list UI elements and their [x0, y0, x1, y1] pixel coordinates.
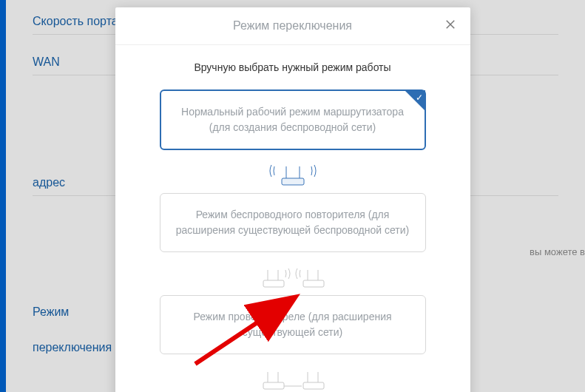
- mode-option-wired-relay[interactable]: Режим проводной реле (для расширения сущ…: [160, 295, 426, 354]
- modal-overlay: Режим переключения Вручную выбрать нужны…: [0, 0, 585, 392]
- svg-rect-4: [282, 178, 304, 185]
- mode-option-label: Режим беспроводного повторителя (для рас…: [176, 209, 409, 236]
- mode-option-wireless-repeater[interactable]: Режим беспроводного повторителя (для рас…: [160, 193, 426, 252]
- mode-option-normal[interactable]: Нормальный рабочий режим маршрутизатора …: [160, 89, 426, 150]
- svg-rect-10: [303, 280, 324, 287]
- check-icon: [405, 90, 425, 111]
- mode-switch-modal: Режим переключения Вручную выбрать нужны…: [115, 7, 470, 392]
- mode-option-label: Режим проводной реле (для расширения сущ…: [193, 311, 391, 338]
- router-single-icon: [160, 158, 426, 187]
- modal-title: Режим переключения: [233, 19, 352, 33]
- svg-rect-13: [263, 382, 284, 389]
- svg-rect-17: [303, 382, 324, 389]
- svg-rect-7: [263, 280, 284, 287]
- router-wired-pair-icon: [160, 362, 426, 391]
- modal-subtitle: Вручную выбрать нужный режим работы: [160, 61, 426, 73]
- router-pair-icon: [160, 260, 426, 289]
- close-icon[interactable]: [444, 18, 459, 33]
- mode-option-label: Нормальный рабочий режим маршрутизатора …: [181, 106, 404, 133]
